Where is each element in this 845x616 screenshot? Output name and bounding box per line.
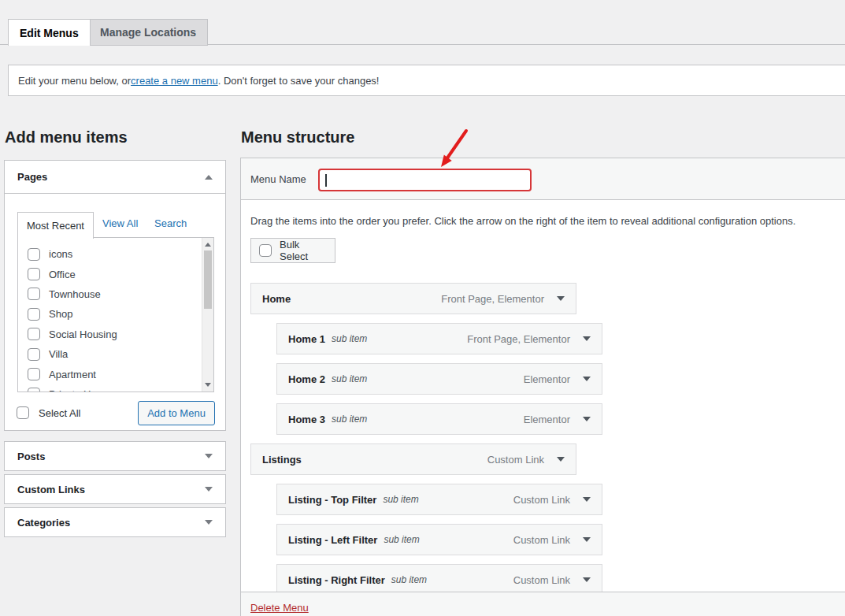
page-checklist-row[interactable]: Townhouse xyxy=(28,284,213,304)
chevron-down-icon[interactable] xyxy=(557,296,565,301)
chevron-down-icon[interactable] xyxy=(583,377,591,381)
tab-search[interactable]: Search xyxy=(154,217,187,229)
bulk-select-control[interactable]: Bulk Select xyxy=(250,238,335,263)
menu-item-subitem-label: sub item xyxy=(383,494,418,505)
menu-item-title: Home 1 xyxy=(288,333,325,345)
menu-item-type-label: Custom Link xyxy=(513,494,570,506)
collapse-arrow-icon[interactable] xyxy=(205,175,213,180)
page-item-label: Office xyxy=(49,269,76,280)
menu-item-title: Listing - Left Filter xyxy=(288,534,377,546)
menu-item-title: Listing - Top Filter xyxy=(288,494,376,506)
scrollbar[interactable] xyxy=(202,238,213,391)
menu-item-title: Home 3 xyxy=(288,414,325,425)
menu-item-type-label: Custom Link xyxy=(513,574,570,586)
page-checklist-row[interactable]: Office xyxy=(28,264,213,284)
tab-view-all[interactable]: View All xyxy=(102,217,138,229)
posts-section-label: Posts xyxy=(17,451,45,462)
expand-arrow-icon[interactable] xyxy=(205,487,213,492)
menu-footer: Delete Menu xyxy=(241,592,845,616)
page-item-label: Townhouse xyxy=(49,288,101,300)
tab-manage-locations-label: Manage Locations xyxy=(100,26,196,39)
tab-manage-locations[interactable]: Manage Locations xyxy=(88,19,208,46)
menu-item-subitem-label: sub item xyxy=(332,373,367,384)
menu-item[interactable]: Listings sub item Custom Link xyxy=(250,443,576,475)
menu-item[interactable]: Home 2 sub item Elementor xyxy=(276,363,602,395)
menu-item-subitem-label: sub item xyxy=(384,534,419,545)
menu-item-subitem-label: sub item xyxy=(332,414,367,425)
menu-name-input[interactable] xyxy=(318,169,532,191)
expand-arrow-icon[interactable] xyxy=(205,520,213,525)
chevron-down-icon[interactable] xyxy=(557,457,565,462)
page-checklist-row[interactable]: Social Housing xyxy=(28,325,213,344)
text-caret xyxy=(325,174,327,187)
checkbox[interactable] xyxy=(28,268,40,280)
categories-section-header[interactable]: Categories xyxy=(4,507,226,537)
chevron-down-icon[interactable] xyxy=(583,497,591,502)
add-to-menu-button[interactable]: Add to Menu xyxy=(138,401,215,425)
page-item-label: Social Housing xyxy=(49,328,117,340)
page-checklist: icons Office Townhouse Shop xyxy=(17,237,214,392)
menu-item[interactable]: Listing - Left Filter sub item Custom Li… xyxy=(276,524,602,555)
select-all-control[interactable]: Select All xyxy=(17,406,80,419)
posts-section-header[interactable]: Posts xyxy=(4,441,226,471)
checkbox[interactable] xyxy=(28,288,40,300)
menu-item[interactable]: Listing - Top Filter sub item Custom Lin… xyxy=(276,484,602,515)
page-item-label: Private Home xyxy=(49,388,111,392)
chevron-down-icon[interactable] xyxy=(583,577,591,582)
menu-items-list: Home sub item Front Page, Elementor Home… xyxy=(250,283,621,604)
page-item-label: Apartment xyxy=(49,369,96,380)
scroll-down-icon xyxy=(205,383,211,387)
tab-edit-menus[interactable]: Edit Menus xyxy=(8,19,91,46)
menu-item-subitem-label: sub item xyxy=(332,333,367,344)
add-menu-items-heading: Add menu items xyxy=(5,128,128,147)
menu-item-type-label: Front Page, Elementor xyxy=(467,333,570,345)
page-checklist-row[interactable]: Private Home xyxy=(28,384,213,392)
custom-links-section-label: Custom Links xyxy=(17,484,85,495)
chevron-down-icon[interactable] xyxy=(583,417,591,421)
checkbox[interactable] xyxy=(28,368,40,380)
edit-menu-notice: Edit your menu below, or create a new me… xyxy=(8,65,845,96)
pages-panel-title: Pages xyxy=(17,171,47,183)
page-checklist-row[interactable]: Apartment xyxy=(28,364,213,384)
scroll-up-button[interactable] xyxy=(202,239,213,250)
scrollbar-thumb[interactable] xyxy=(204,250,212,309)
menu-item[interactable]: Home sub item Front Page, Elementor xyxy=(250,283,576,314)
menu-item[interactable]: Listing - Right Filter sub item Custom L… xyxy=(276,564,602,596)
chevron-down-icon[interactable] xyxy=(583,537,591,542)
select-all-checkbox[interactable] xyxy=(17,406,29,419)
custom-links-section-header[interactable]: Custom Links xyxy=(4,474,226,504)
pages-panel-header[interactable]: Pages xyxy=(5,161,225,194)
page-checklist-row[interactable]: icons xyxy=(28,244,213,264)
menu-item[interactable]: Home 3 sub item Elementor xyxy=(276,403,602,435)
create-new-menu-link[interactable]: create a new menu xyxy=(131,75,218,87)
page-item-label: icons xyxy=(49,248,72,260)
page-item-label: Shop xyxy=(49,308,72,320)
page-item-label: Villa xyxy=(49,348,68,360)
checkbox[interactable] xyxy=(28,308,40,321)
drag-items-description: Drag the items into the order you prefer… xyxy=(250,215,802,227)
menu-structure-panel: Menu Name Drag the items into the order … xyxy=(240,158,845,616)
checkbox[interactable] xyxy=(28,328,40,340)
menu-item-title: Home xyxy=(262,293,291,305)
notice-text-before: Edit your menu below, or xyxy=(18,75,131,87)
scroll-up-icon xyxy=(205,243,211,247)
scroll-down-button[interactable] xyxy=(202,379,213,391)
select-all-label: Select All xyxy=(39,407,80,419)
bulk-select-label: Bulk Select xyxy=(280,239,327,262)
accordion-sections: Posts Custom Links Categories xyxy=(4,441,226,540)
checkbox[interactable] xyxy=(28,388,40,392)
delete-menu-link[interactable]: Delete Menu xyxy=(250,602,309,614)
menu-item-subitem-label: sub item xyxy=(391,574,427,585)
menu-item[interactable]: Home 1 sub item Front Page, Elementor xyxy=(276,323,602,354)
expand-arrow-icon[interactable] xyxy=(205,454,213,458)
tab-most-recent[interactable]: Most Recent xyxy=(17,212,94,239)
bulk-select-checkbox[interactable] xyxy=(259,244,272,257)
page-checklist-row[interactable]: Shop xyxy=(28,304,213,324)
menu-item-type-label: Elementor xyxy=(524,373,570,385)
page-checklist-row[interactable]: Villa xyxy=(28,344,213,364)
chevron-down-icon[interactable] xyxy=(583,336,591,341)
checkbox[interactable] xyxy=(28,348,40,361)
tab-edit-menus-label: Edit Menus xyxy=(20,27,79,39)
checkbox[interactable] xyxy=(28,248,40,261)
pages-panel: Pages Most Recent View All Search icons … xyxy=(4,160,226,431)
